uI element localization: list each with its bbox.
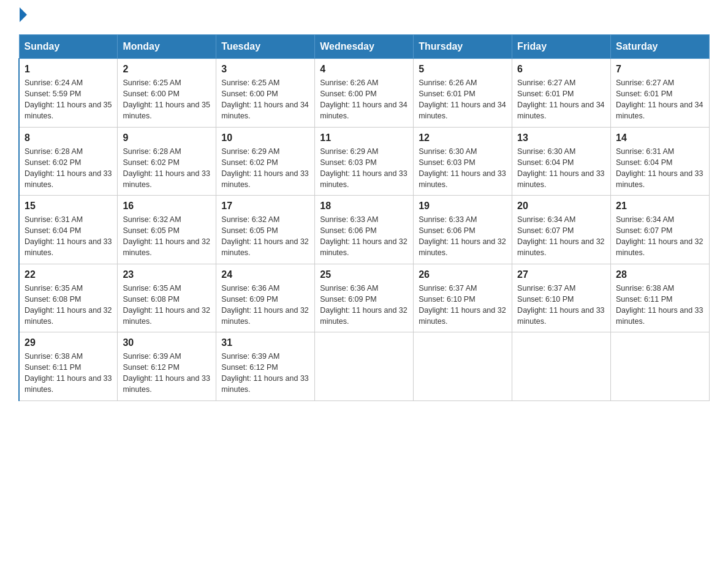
day-info: Sunrise: 6:34 AMSunset: 6:07 PMDaylight:…	[517, 214, 605, 259]
calendar-week-row: 1Sunrise: 6:24 AMSunset: 5:59 PMDaylight…	[19, 59, 710, 128]
day-info: Sunrise: 6:25 AMSunset: 6:00 PMDaylight:…	[123, 77, 211, 122]
day-number: 11	[320, 132, 408, 144]
calendar-day-cell: 26Sunrise: 6:37 AMSunset: 6:10 PMDayligh…	[414, 264, 512, 332]
day-info: Sunrise: 6:28 AMSunset: 6:02 PMDaylight:…	[123, 146, 211, 191]
day-info: Sunrise: 6:32 AMSunset: 6:05 PMDaylight:…	[123, 214, 211, 259]
weekday-header-sunday: Sunday	[19, 35, 118, 59]
calendar-day-cell: 20Sunrise: 6:34 AMSunset: 6:07 PMDayligh…	[512, 196, 611, 264]
day-info: Sunrise: 6:33 AMSunset: 6:06 PMDaylight:…	[320, 214, 408, 259]
day-info: Sunrise: 6:39 AMSunset: 6:12 PMDaylight:…	[221, 351, 309, 396]
day-info: Sunrise: 6:37 AMSunset: 6:10 PMDaylight:…	[517, 283, 605, 327]
day-number: 12	[419, 132, 507, 144]
calendar-day-cell: 13Sunrise: 6:30 AMSunset: 6:04 PMDayligh…	[512, 127, 611, 196]
day-number: 7	[616, 64, 704, 75]
day-info: Sunrise: 6:35 AMSunset: 6:08 PMDaylight:…	[25, 283, 112, 327]
day-info: Sunrise: 6:36 AMSunset: 6:09 PMDaylight:…	[320, 283, 408, 327]
day-number: 31	[221, 337, 309, 348]
calendar-day-cell: 19Sunrise: 6:33 AMSunset: 6:06 PMDayligh…	[414, 196, 512, 264]
weekday-header-saturday: Saturday	[611, 35, 710, 59]
day-number: 9	[123, 132, 211, 144]
calendar-day-cell: 29Sunrise: 6:38 AMSunset: 6:11 PMDayligh…	[19, 332, 118, 401]
day-number: 8	[25, 132, 112, 144]
calendar-day-cell: 15Sunrise: 6:31 AMSunset: 6:04 PMDayligh…	[19, 196, 118, 264]
day-number: 14	[616, 132, 704, 144]
day-info: Sunrise: 6:33 AMSunset: 6:06 PMDaylight:…	[419, 214, 507, 259]
day-number: 5	[419, 64, 507, 75]
day-info: Sunrise: 6:24 AMSunset: 5:59 PMDaylight:…	[25, 77, 112, 122]
calendar-day-cell: 16Sunrise: 6:32 AMSunset: 6:05 PMDayligh…	[118, 196, 216, 264]
calendar-day-cell	[414, 332, 512, 401]
day-info: Sunrise: 6:26 AMSunset: 6:00 PMDaylight:…	[320, 77, 408, 122]
day-info: Sunrise: 6:31 AMSunset: 6:04 PMDaylight:…	[25, 214, 112, 259]
day-number: 13	[517, 132, 605, 144]
page-header	[18, 12, 710, 22]
day-info: Sunrise: 6:26 AMSunset: 6:01 PMDaylight:…	[419, 77, 507, 122]
day-number: 16	[123, 201, 211, 212]
day-number: 20	[517, 201, 605, 212]
weekday-header-monday: Monday	[118, 35, 216, 59]
day-info: Sunrise: 6:34 AMSunset: 6:07 PMDaylight:…	[616, 214, 704, 259]
day-number: 24	[221, 269, 309, 280]
day-info: Sunrise: 6:38 AMSunset: 6:11 PMDaylight:…	[25, 351, 112, 396]
day-info: Sunrise: 6:27 AMSunset: 6:01 PMDaylight:…	[616, 77, 704, 122]
day-number: 2	[123, 64, 211, 75]
day-number: 4	[320, 64, 408, 75]
calendar-week-row: 29Sunrise: 6:38 AMSunset: 6:11 PMDayligh…	[19, 332, 710, 401]
weekday-header-thursday: Thursday	[414, 35, 512, 59]
calendar-day-cell: 3Sunrise: 6:25 AMSunset: 6:00 PMDaylight…	[216, 59, 315, 128]
day-number: 29	[25, 337, 112, 348]
weekday-header-wednesday: Wednesday	[315, 35, 414, 59]
calendar-week-row: 8Sunrise: 6:28 AMSunset: 6:02 PMDaylight…	[19, 127, 710, 196]
day-info: Sunrise: 6:25 AMSunset: 6:00 PMDaylight:…	[221, 77, 309, 122]
day-number: 15	[25, 201, 112, 212]
day-number: 21	[616, 201, 704, 212]
day-number: 25	[320, 269, 408, 280]
calendar-day-cell: 4Sunrise: 6:26 AMSunset: 6:00 PMDaylight…	[315, 59, 414, 128]
calendar-day-cell: 28Sunrise: 6:38 AMSunset: 6:11 PMDayligh…	[611, 264, 710, 332]
calendar-day-cell: 18Sunrise: 6:33 AMSunset: 6:06 PMDayligh…	[315, 196, 414, 264]
day-number: 28	[616, 269, 704, 280]
calendar-day-cell: 9Sunrise: 6:28 AMSunset: 6:02 PMDaylight…	[118, 127, 216, 196]
day-number: 23	[123, 269, 211, 280]
calendar-table: SundayMondayTuesdayWednesdayThursdayFrid…	[18, 34, 710, 401]
calendar-day-cell: 22Sunrise: 6:35 AMSunset: 6:08 PMDayligh…	[19, 264, 118, 332]
day-number: 19	[419, 201, 507, 212]
day-info: Sunrise: 6:32 AMSunset: 6:05 PMDaylight:…	[221, 214, 309, 259]
day-info: Sunrise: 6:36 AMSunset: 6:09 PMDaylight:…	[221, 283, 309, 327]
calendar-day-cell: 2Sunrise: 6:25 AMSunset: 6:00 PMDaylight…	[118, 59, 216, 128]
calendar-day-cell	[611, 332, 710, 401]
day-number: 10	[221, 132, 309, 144]
day-info: Sunrise: 6:29 AMSunset: 6:03 PMDaylight:…	[320, 146, 408, 191]
calendar-day-cell: 10Sunrise: 6:29 AMSunset: 6:02 PMDayligh…	[216, 127, 315, 196]
day-info: Sunrise: 6:30 AMSunset: 6:03 PMDaylight:…	[419, 146, 507, 191]
day-number: 22	[25, 269, 112, 280]
day-info: Sunrise: 6:28 AMSunset: 6:02 PMDaylight:…	[25, 146, 112, 191]
calendar-day-cell: 1Sunrise: 6:24 AMSunset: 5:59 PMDaylight…	[19, 59, 118, 128]
calendar-day-cell: 24Sunrise: 6:36 AMSunset: 6:09 PMDayligh…	[216, 264, 315, 332]
calendar-day-cell	[512, 332, 611, 401]
day-number: 26	[419, 269, 507, 280]
weekday-header-row: SundayMondayTuesdayWednesdayThursdayFrid…	[19, 35, 710, 59]
calendar-day-cell: 21Sunrise: 6:34 AMSunset: 6:07 PMDayligh…	[611, 196, 710, 264]
calendar-day-cell: 25Sunrise: 6:36 AMSunset: 6:09 PMDayligh…	[315, 264, 414, 332]
calendar-week-row: 15Sunrise: 6:31 AMSunset: 6:04 PMDayligh…	[19, 196, 710, 264]
calendar-day-cell: 11Sunrise: 6:29 AMSunset: 6:03 PMDayligh…	[315, 127, 414, 196]
calendar-day-cell: 5Sunrise: 6:26 AMSunset: 6:01 PMDaylight…	[414, 59, 512, 128]
day-info: Sunrise: 6:38 AMSunset: 6:11 PMDaylight:…	[616, 283, 704, 327]
day-number: 6	[517, 64, 605, 75]
weekday-header-friday: Friday	[512, 35, 611, 59]
day-number: 30	[123, 337, 211, 348]
calendar-day-cell: 6Sunrise: 6:27 AMSunset: 6:01 PMDaylight…	[512, 59, 611, 128]
calendar-day-cell	[315, 332, 414, 401]
day-info: Sunrise: 6:35 AMSunset: 6:08 PMDaylight:…	[123, 283, 211, 327]
logo	[18, 12, 27, 22]
calendar-day-cell: 31Sunrise: 6:39 AMSunset: 6:12 PMDayligh…	[216, 332, 315, 401]
day-number: 27	[517, 269, 605, 280]
day-number: 1	[25, 64, 112, 75]
calendar-day-cell: 27Sunrise: 6:37 AMSunset: 6:10 PMDayligh…	[512, 264, 611, 332]
day-number: 18	[320, 201, 408, 212]
calendar-day-cell: 7Sunrise: 6:27 AMSunset: 6:01 PMDaylight…	[611, 59, 710, 128]
calendar-week-row: 22Sunrise: 6:35 AMSunset: 6:08 PMDayligh…	[19, 264, 710, 332]
calendar-day-cell: 30Sunrise: 6:39 AMSunset: 6:12 PMDayligh…	[118, 332, 216, 401]
weekday-header-tuesday: Tuesday	[216, 35, 315, 59]
